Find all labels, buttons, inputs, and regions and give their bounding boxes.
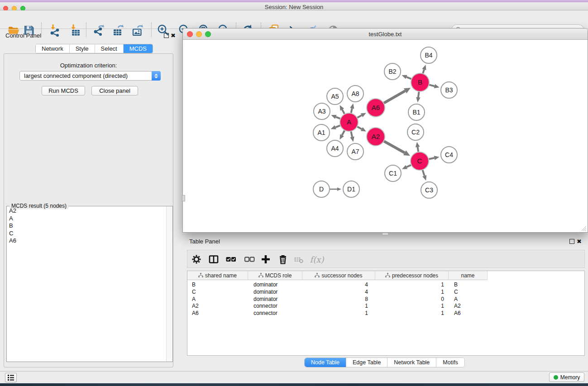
table-cell[interactable]: 1 — [375, 281, 449, 289]
graph-node-B4[interactable]: B4 — [421, 47, 437, 63]
table-cell[interactable]: 4 — [302, 289, 375, 296]
memory-button[interactable]: Memory — [549, 372, 584, 382]
graph-node-A1[interactable]: A1 — [313, 124, 330, 141]
table-cell[interactable]: A — [449, 296, 488, 303]
graph-edge[interactable] — [351, 108, 352, 113]
graph-edge[interactable] — [335, 125, 340, 127]
table-cell[interactable]: A6 — [449, 310, 488, 317]
table-cell[interactable]: C — [449, 289, 488, 296]
delete-table-icon[interactable] — [292, 253, 306, 265]
graph-edge[interactable] — [336, 117, 340, 119]
select-all-rows-icon[interactable] — [224, 253, 238, 265]
graph-edge[interactable] — [342, 110, 344, 114]
control-panel-float-icon[interactable] — [164, 33, 169, 38]
network-canvas[interactable]: B4B2BB3A8A5A6B1A3AA1C2A2A4A7C4CC1C3DD1 — [183, 40, 588, 232]
column-header-shared-name[interactable]: shared name — [187, 271, 248, 280]
graph-node-A7[interactable]: A7 — [347, 143, 363, 160]
delete-column-icon[interactable] — [276, 253, 290, 265]
graph-node-D1[interactable]: D1 — [343, 181, 359, 197]
table-cell[interactable]: 8 — [302, 296, 375, 303]
graph-node-A[interactable]: A — [340, 113, 358, 131]
mcds-result-item[interactable]: A2 — [7, 207, 166, 215]
graph-node-C2[interactable]: C2 — [407, 124, 424, 140]
graph-node-B[interactable]: B — [411, 73, 429, 91]
table-cell[interactable]: dominator — [248, 281, 302, 289]
graph-edge[interactable] — [429, 158, 435, 159]
criterion-select[interactable]: largest connected component (directed) — [19, 71, 161, 81]
main-titlebar[interactable]: Session: New Session — [0, 2, 588, 10]
column-header-name[interactable]: name — [449, 271, 488, 280]
mcds-result-item[interactable]: C — [7, 230, 166, 238]
table-cell[interactable]: A2 — [449, 303, 488, 310]
table-options-gear-icon[interactable] — [190, 253, 203, 265]
network-window-titlebar[interactable]: testGlobe.txt — [183, 29, 588, 40]
graph-node-A4[interactable]: A4 — [327, 140, 343, 157]
export-table-icon[interactable] — [111, 23, 125, 38]
add-column-icon[interactable] — [259, 253, 272, 265]
control-panel-close-icon[interactable]: ✖ — [171, 33, 176, 38]
graph-edge[interactable] — [342, 131, 344, 135]
graph-edge[interactable] — [423, 170, 425, 176]
graph-edge[interactable] — [423, 70, 424, 73]
graph-node-B3[interactable]: B3 — [441, 82, 457, 98]
table-row[interactable]: Adominator80A — [187, 296, 584, 303]
table-row[interactable]: Cdominator41C — [187, 289, 584, 296]
graph-node-B1[interactable]: B1 — [408, 104, 425, 120]
table-cell[interactable]: A — [187, 296, 248, 303]
table-cell[interactable]: 1 — [302, 310, 375, 317]
tab-edge-table[interactable]: Edge Table — [346, 358, 387, 367]
tab-mcds[interactable]: MCDS — [124, 44, 153, 53]
tab-select[interactable]: Select — [95, 44, 124, 53]
task-history-button[interactable] — [5, 373, 17, 382]
graph-edge[interactable] — [351, 132, 352, 137]
import-table-icon[interactable] — [68, 23, 82, 38]
graph-node-D[interactable]: D — [313, 181, 330, 197]
graph-edge[interactable] — [384, 141, 405, 152]
splitter-handle-bottom[interactable] — [382, 233, 388, 235]
table-row[interactable]: Bdominator41B — [187, 281, 584, 289]
tab-network[interactable]: Network — [36, 44, 70, 53]
table-row[interactable]: A2connector11A2 — [187, 303, 584, 310]
mcds-result-item[interactable]: A6 — [7, 237, 166, 245]
import-network-icon[interactable] — [48, 23, 62, 38]
table-panel-float-icon[interactable] — [569, 239, 574, 244]
tab-motifs[interactable]: Motifs — [436, 358, 464, 367]
graph-node-B2[interactable]: B2 — [384, 63, 401, 80]
graph-node-C3[interactable]: C3 — [421, 182, 437, 198]
run-mcds-button[interactable]: Run MCDS — [42, 86, 85, 95]
table-cell[interactable]: 0 — [375, 296, 449, 303]
graph-edge[interactable] — [384, 91, 405, 103]
graph-node-A3[interactable]: A3 — [314, 103, 330, 119]
tab-network-table[interactable]: Network Table — [387, 358, 436, 367]
table-cell[interactable]: connector — [248, 303, 302, 310]
result-scrollbar[interactable] — [166, 206, 172, 362]
graph-node-A2[interactable]: A2 — [367, 128, 385, 146]
tab-node-table[interactable]: Node Table — [305, 358, 346, 367]
table-cell[interactable]: 1 — [375, 289, 449, 296]
graph-node-C1[interactable]: C1 — [385, 165, 401, 181]
table-cell[interactable]: 1 — [302, 303, 375, 310]
column-header-predecessor-nodes[interactable]: predecessor nodes — [375, 271, 449, 280]
column-header-mcds-role[interactable]: MCDS role — [248, 271, 302, 280]
graph-edge[interactable] — [418, 147, 418, 152]
table-cell[interactable]: 4 — [302, 281, 375, 289]
graph-node-A5[interactable]: A5 — [327, 88, 343, 105]
function-builder-icon[interactable]: f(x) — [310, 253, 324, 265]
close-panel-button[interactable]: Close panel — [91, 86, 138, 95]
graph-node-A6[interactable]: A6 — [367, 99, 385, 117]
table-cell[interactable]: 1 — [375, 310, 449, 317]
table-cell[interactable]: dominator — [248, 289, 302, 296]
resize-grip-icon[interactable] — [580, 225, 587, 231]
graph-node-A8[interactable]: A8 — [347, 86, 363, 102]
splitter-handle-left[interactable] — [182, 195, 185, 201]
split-columns-icon[interactable] — [207, 253, 220, 265]
table-cell[interactable]: dominator — [248, 296, 302, 303]
table-cell[interactable]: connector — [248, 310, 302, 317]
graph-edge[interactable] — [429, 85, 435, 86]
mcds-result-item[interactable]: B — [7, 222, 166, 230]
graph-edge[interactable] — [357, 127, 362, 129]
table-panel-close-icon[interactable]: ✖ — [577, 239, 582, 244]
graph-edge[interactable] — [406, 165, 411, 167]
table-cell[interactable]: A6 — [187, 310, 248, 317]
table-cell[interactable]: B — [449, 281, 488, 289]
